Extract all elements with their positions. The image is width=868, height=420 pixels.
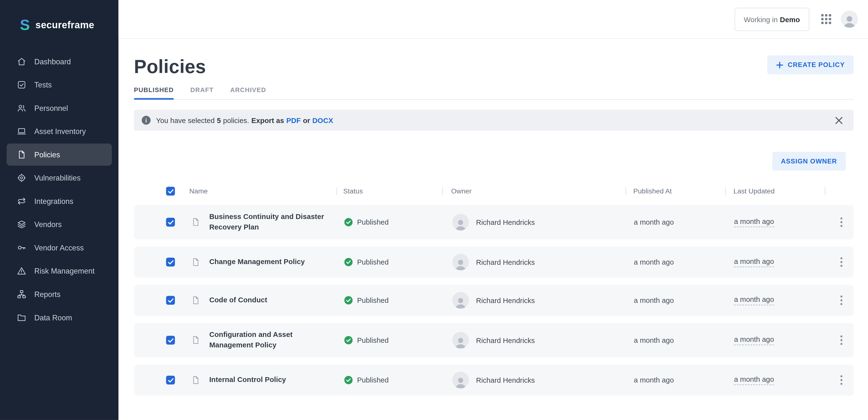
column-header-last-updated[interactable]: Last Updated xyxy=(734,187,775,195)
laptop-icon xyxy=(17,127,27,136)
published-at: a month ago xyxy=(634,296,674,305)
table-row[interactable]: Code of Conduct Published Richard Hendri… xyxy=(134,285,854,316)
check-icon xyxy=(167,298,174,303)
row-menu-button[interactable] xyxy=(837,332,846,348)
published-at: a month ago xyxy=(634,258,674,266)
owner-name: Richard Hendricks xyxy=(476,296,535,305)
tab-draft[interactable]: DRAFT xyxy=(190,86,214,99)
file-icon xyxy=(191,375,200,385)
people-icon xyxy=(17,103,27,113)
avatar xyxy=(452,332,469,348)
policy-name[interactable]: Change Management Policy xyxy=(209,257,331,267)
key-icon xyxy=(17,243,27,253)
policy-name[interactable]: Business Continuity and Disaster Recover… xyxy=(209,212,331,233)
workspace-selector[interactable]: Working in Demo xyxy=(734,8,809,31)
published-check-icon xyxy=(344,296,353,305)
sidebar-item-personnel[interactable]: Personnel xyxy=(7,97,112,119)
status-badge: Published xyxy=(357,376,389,384)
sidebar-item-dashboard[interactable]: Dashboard xyxy=(7,50,112,73)
published-at: a month ago xyxy=(634,376,674,384)
last-updated[interactable]: a month ago xyxy=(734,257,774,267)
apps-grid-button[interactable] xyxy=(821,14,832,24)
sidebar-item-label: Policies xyxy=(34,150,60,159)
published-at: a month ago xyxy=(634,218,674,226)
column-header-owner[interactable]: Owner xyxy=(451,187,471,195)
policy-name[interactable]: Internal Control Policy xyxy=(209,375,331,385)
row-menu-button[interactable] xyxy=(837,372,846,388)
person-icon xyxy=(454,258,467,271)
sidebar-item-vendors[interactable]: Vendors xyxy=(7,214,112,235)
avatar xyxy=(452,372,469,388)
export-as-label: Export as xyxy=(251,116,284,124)
create-policy-button[interactable]: CREATE POLICY xyxy=(767,55,854,74)
file-icon xyxy=(191,257,200,267)
last-updated[interactable]: a month ago xyxy=(734,217,774,227)
row-menu-button[interactable] xyxy=(837,214,846,230)
row-checkbox[interactable] xyxy=(166,218,175,227)
table-row[interactable]: Business Continuity and Disaster Recover… xyxy=(134,205,854,239)
table-header: Name Status Owner Published At Last Upda… xyxy=(134,183,854,199)
assign-owner-button[interactable]: ASSIGN OWNER xyxy=(772,152,846,171)
avatar xyxy=(452,214,469,230)
table-row[interactable]: Internal Control Policy Published Richar… xyxy=(134,364,854,395)
owner-name: Richard Hendricks xyxy=(476,218,535,226)
person-icon xyxy=(842,15,857,28)
warning-triangle-icon xyxy=(17,266,27,276)
sidebar-item-vendor-access[interactable]: Vendor Access xyxy=(7,236,112,259)
published-check-icon xyxy=(344,376,353,384)
published-check-icon xyxy=(344,258,353,266)
sidebar-item-label: Personnel xyxy=(34,104,68,112)
tab-published[interactable]: PUBLISHED xyxy=(134,86,174,99)
sidebar: S secureframe Dashboard Tests Personnel … xyxy=(0,0,119,420)
sidebar-item-integrations[interactable]: Integrations xyxy=(7,190,112,212)
secureframe-logo-icon: S xyxy=(20,18,30,33)
brand-logo[interactable]: S secureframe xyxy=(0,0,119,33)
sidebar-item-tests[interactable]: Tests xyxy=(7,74,112,96)
sidebar-item-policies[interactable]: Policies xyxy=(7,143,112,166)
sidebar-item-asset-inventory[interactable]: Asset Inventory xyxy=(7,120,112,142)
row-menu-button[interactable] xyxy=(837,292,846,309)
row-checkbox[interactable] xyxy=(166,258,175,267)
brand-name: secureframe xyxy=(35,20,94,31)
policy-tabs: PUBLISHED DRAFT ARCHIVED xyxy=(134,86,854,100)
folder-icon xyxy=(17,313,27,323)
row-checkbox[interactable] xyxy=(166,296,175,305)
policy-name[interactable]: Code of Conduct xyxy=(209,295,331,306)
export-docx-link[interactable]: DOCX xyxy=(312,116,333,124)
close-icon xyxy=(835,117,842,124)
sidebar-item-reports[interactable]: Reports xyxy=(7,283,112,305)
row-checkbox[interactable] xyxy=(166,336,175,344)
sidebar-item-data-room[interactable]: Data Room xyxy=(7,306,112,329)
sidebar-item-risk-management[interactable]: Risk Management xyxy=(7,260,112,282)
sidebar-item-vulnerabilities[interactable]: Vulnerabilities xyxy=(7,167,112,189)
check-icon xyxy=(167,220,174,225)
last-updated[interactable]: a month ago xyxy=(734,335,774,345)
sidebar-item-label: Vulnerabilities xyxy=(34,174,81,182)
owner-name: Richard Hendricks xyxy=(476,376,535,384)
status-badge: Published xyxy=(357,336,389,344)
row-checkbox[interactable] xyxy=(166,376,175,385)
check-icon xyxy=(167,259,174,264)
column-header-status[interactable]: Status xyxy=(343,187,363,195)
policy-name[interactable]: Configuration and Asset Management Polic… xyxy=(209,330,331,351)
last-updated[interactable]: a month ago xyxy=(734,295,774,305)
banner-close-button[interactable] xyxy=(832,113,846,128)
published-check-icon xyxy=(344,336,353,344)
tab-archived[interactable]: ARCHIVED xyxy=(230,86,266,99)
export-pdf-link[interactable]: PDF xyxy=(286,116,301,124)
last-updated[interactable]: a month ago xyxy=(734,375,774,385)
document-icon xyxy=(17,149,27,160)
select-all-checkbox-wrap xyxy=(166,187,175,195)
check-icon xyxy=(167,189,174,193)
table-row[interactable]: Configuration and Asset Management Polic… xyxy=(134,323,854,357)
published-at: a month ago xyxy=(634,336,674,344)
table-row[interactable]: Change Management Policy Published Richa… xyxy=(134,247,854,278)
select-all-checkbox[interactable] xyxy=(166,187,175,195)
column-header-published-at[interactable]: Published At xyxy=(633,187,672,195)
owner-name: Richard Hendricks xyxy=(476,336,535,344)
person-icon xyxy=(454,376,467,388)
org-chart-icon xyxy=(17,289,27,299)
row-menu-button[interactable] xyxy=(837,254,846,271)
column-header-name[interactable]: Name xyxy=(189,187,208,195)
user-avatar[interactable] xyxy=(841,10,858,28)
